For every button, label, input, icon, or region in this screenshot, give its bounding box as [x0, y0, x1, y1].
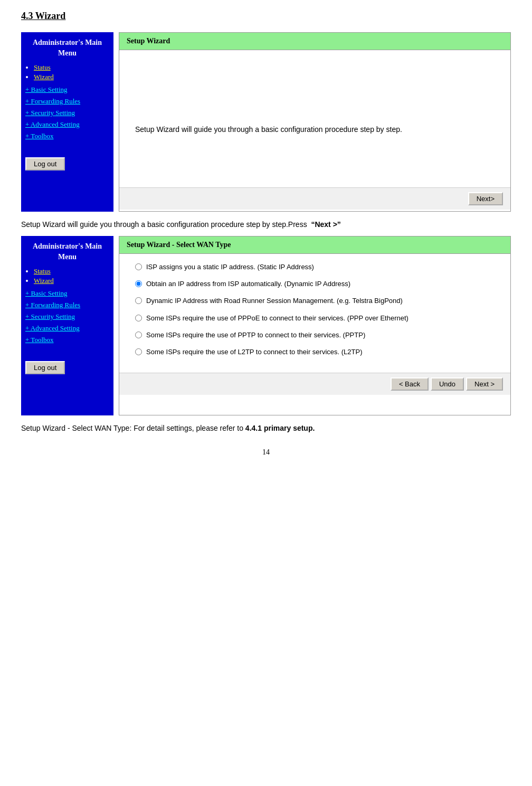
- panel-1-footer: Next>: [119, 187, 510, 210]
- sidebar-1-security-setting[interactable]: + Security Setting: [25, 109, 109, 117]
- panel-2-next-button[interactable]: Next >: [466, 377, 503, 391]
- sidebar-1: Administrator's Main Menu Status Wizard …: [21, 32, 113, 212]
- sidebar-2-basic-setting[interactable]: + Basic Setting: [25, 289, 109, 298]
- wan-label-l2tp: Some ISPs require the use of L2TP to con…: [146, 347, 362, 357]
- wan-radio-pptp[interactable]: [135, 332, 142, 338]
- wan-option-roadrunner: Dynamic IP Address with Road Runner Sess…: [135, 296, 495, 306]
- sidebar-1-title: Administrator's Main Menu: [25, 37, 109, 58]
- sidebar-1-logout-button[interactable]: Log out: [25, 157, 65, 171]
- sidebar-2-security-setting[interactable]: + Security Setting: [25, 312, 109, 321]
- panel-1-body: Setup Wizard will guide you through a ba…: [119, 50, 510, 187]
- sidebar-1-basic-setting[interactable]: + Basic Setting: [25, 86, 109, 94]
- wan-radio-static[interactable]: [135, 263, 142, 270]
- panel-1-text: Setup Wizard will guide you through a ba…: [135, 125, 495, 134]
- wan-label-dynamic: Obtain an IP address from ISP automatica…: [146, 279, 350, 289]
- setup-wizard-panel-1: Setup Wizard Setup Wizard will guide you…: [119, 32, 511, 212]
- panel-2-body: ISP assigns you a static IP address. (St…: [119, 254, 510, 373]
- sidebar-2-wizard-link[interactable]: Wizard: [34, 277, 109, 285]
- sidebar-2-status-link[interactable]: Status: [34, 267, 109, 276]
- sidebar-1-advanced-setting[interactable]: + Advanced Setting: [25, 120, 109, 129]
- wan-option-pppoe: Some ISPs require the use of PPPoE to co…: [135, 314, 495, 323]
- panel-1-header: Setup Wizard: [119, 33, 510, 50]
- wan-option-l2tp: Some ISPs require the use of L2TP to con…: [135, 347, 495, 357]
- wan-radio-l2tp[interactable]: [135, 348, 142, 355]
- wan-label-roadrunner: Dynamic IP Address with Road Runner Sess…: [146, 296, 403, 306]
- page-number: 14: [21, 448, 511, 457]
- first-section: Administrator's Main Menu Status Wizard …: [21, 32, 511, 212]
- sidebar-1-status-link[interactable]: Status: [34, 63, 109, 72]
- wan-option-dynamic: Obtain an IP address from ISP automatica…: [135, 279, 495, 289]
- second-section: Administrator's Main Menu Status Wizard …: [21, 236, 511, 415]
- description-2: Setup Wizard - Select WAN Type: For deta…: [21, 424, 511, 432]
- sidebar-1-forwarding-rules[interactable]: + Forwarding Rules: [25, 97, 109, 106]
- sidebar-2-logout-button[interactable]: Log out: [25, 361, 65, 374]
- wan-label-pptp: Some ISPs require the use of PPTP to con…: [146, 330, 365, 340]
- sidebar-2-forwarding-rules[interactable]: + Forwarding Rules: [25, 301, 109, 309]
- wan-label-pppoe: Some ISPs require the use of PPPoE to co…: [146, 314, 408, 323]
- panel-2-footer: < Back Undo Next >: [119, 373, 510, 395]
- wan-label-static: ISP assigns you a static IP address. (St…: [146, 262, 314, 272]
- sidebar-1-toolbox[interactable]: + Toolbox: [25, 132, 109, 140]
- wan-option-static: ISP assigns you a static IP address. (St…: [135, 262, 495, 272]
- panel-2-undo-button[interactable]: Undo: [431, 377, 464, 391]
- panel-2-header: Setup Wizard - Select WAN Type: [119, 236, 510, 254]
- wan-radio-dynamic[interactable]: [135, 280, 142, 287]
- wan-radio-pppoe[interactable]: [135, 315, 142, 321]
- panel-2-back-button[interactable]: < Back: [391, 377, 429, 391]
- panel-1-next-button[interactable]: Next>: [468, 192, 503, 205]
- sidebar-2: Administrator's Main Menu Status Wizard …: [21, 236, 113, 415]
- sidebar-2-toolbox[interactable]: + Toolbox: [25, 336, 109, 344]
- wan-option-pptp: Some ISPs require the use of PPTP to con…: [135, 330, 495, 340]
- sidebar-1-wizard-link[interactable]: Wizard: [34, 73, 109, 81]
- sidebar-2-title: Administrator's Main Menu: [25, 241, 109, 262]
- wan-radio-roadrunner[interactable]: [135, 297, 142, 304]
- setup-wizard-panel-2: Setup Wizard - Select WAN Type ISP assig…: [119, 236, 511, 415]
- description-1: Setup Wizard will guide you through a ba…: [21, 220, 511, 229]
- page-heading: 4.3 Wizard: [21, 11, 511, 22]
- sidebar-2-advanced-setting[interactable]: + Advanced Setting: [25, 324, 109, 333]
